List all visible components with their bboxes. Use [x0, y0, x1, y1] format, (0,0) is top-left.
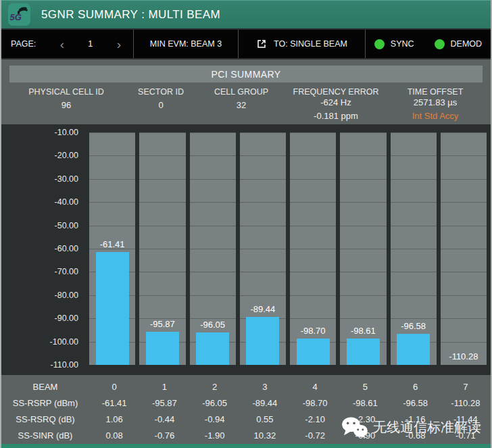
bar-value-label: -98.61 — [340, 326, 386, 336]
field-cell-group: CELL GROUP 32 — [199, 87, 284, 121]
table-cell: 0.55 — [240, 414, 290, 424]
table-cell: 7 — [441, 382, 491, 392]
table-cell: -95.87 — [139, 398, 189, 408]
bar-value-label: -96.05 — [190, 320, 236, 330]
table-cell: -1.90 — [190, 430, 240, 441]
sync-status-dot — [374, 39, 385, 49]
table-cell: 10.32 — [240, 430, 290, 441]
to-single-beam-button[interactable]: TO: SINGLE BEAM — [239, 30, 366, 58]
bar-value-label: -96.58 — [391, 321, 437, 331]
field-label: CELL GROUP — [199, 87, 284, 97]
table-cell: -0.76 — [139, 430, 189, 441]
beam-bar-chart: -10.00-20.00-30.00-40.00-50.00-60.00-70.… — [1, 124, 491, 375]
chart-bar-beam-5 — [347, 339, 380, 365]
table-row: SS-RSRQ (dB)1.06-0.44-0.940.55-2.10-2.30… — [1, 411, 491, 427]
table-row-label: SS-SINR (dB) — [1, 430, 89, 441]
table-cell: 3 — [240, 382, 290, 392]
field-accuracy-note: Int Std Accy — [388, 111, 483, 121]
field-value: -624 Hz — [284, 97, 388, 107]
chart-column-beam-4: -98.70 — [290, 132, 336, 365]
sync-label: SYNC — [391, 39, 414, 49]
chevron-right-icon[interactable]: › — [114, 38, 124, 51]
title-bar: 5G 5GNR SUMMARY : MULTI BEAM — [1, 0, 491, 28]
bar-value-label: -98.70 — [290, 326, 336, 336]
chart-bar-beam-6 — [397, 334, 430, 365]
y-axis-tick: -80.00 — [55, 291, 78, 300]
chart-bar-beam-3 — [246, 317, 279, 365]
chart-column-beam-5: -98.61 — [340, 132, 386, 365]
field-physical-cell-id: PHYSICAL CELL ID 96 — [9, 87, 123, 121]
chart-column-beam-3: -89.44 — [240, 132, 286, 365]
y-axis-tick: -70.00 — [55, 267, 78, 276]
app-window: 5G 5GNR SUMMARY : MULTI BEAM PAGE: ‹ 1 ›… — [0, 0, 492, 448]
page-title: 5GNR SUMMARY : MULTI BEAM — [41, 8, 220, 22]
chart-bar-beam-4 — [297, 339, 330, 365]
chart-column-beam-6: -96.58 — [391, 132, 437, 365]
field-value: 96 — [9, 100, 123, 110]
table-row-label: SS-RSRP (dBm) — [1, 398, 89, 408]
field-value: 32 — [199, 100, 284, 110]
table-cell: -110.28 — [441, 398, 491, 408]
chart-column-beam-0: -61.41 — [89, 132, 135, 365]
table-cell: 1 — [139, 382, 189, 392]
pci-summary-header: PCI SUMMARY — [9, 66, 483, 82]
field-value: 2571.83 µs — [388, 97, 483, 107]
field-label: TIME OFFSET — [388, 87, 483, 97]
to-single-beam-label: TO: SINGLE BEAM — [274, 39, 347, 49]
bar-value-label: -61.41 — [89, 239, 135, 249]
external-link-icon — [256, 39, 267, 49]
chart-column-beam-1: -95.87 — [139, 132, 185, 365]
field-label: FREQUENCY ERROR — [284, 87, 388, 97]
chart-bar-beam-2 — [196, 332, 229, 365]
table-cell: -11.44 — [441, 414, 491, 424]
status-indicators: SYNC DEMOD — [366, 30, 491, 58]
min-evm-button[interactable]: MIN EVM: BEAM 3 — [134, 30, 239, 58]
table-cell: -0.68 — [391, 430, 441, 441]
y-axis-tick: -90.00 — [55, 314, 78, 323]
table-cell: 0.08 — [89, 430, 139, 441]
demod-label: DEMOD — [451, 39, 483, 49]
table-row: SS-RSRP (dBm)-61.41-95.87-96.05-89.44-98… — [1, 395, 491, 411]
table-cell: -89.44 — [240, 398, 290, 408]
table-row: SS-SINR (dB)0.08-0.76-1.9010.32-0.72-0.9… — [1, 427, 491, 443]
page-number[interactable]: 1 — [88, 39, 93, 49]
table-cell: -2.30 — [340, 414, 390, 424]
table-cell: -1.16 — [391, 414, 441, 424]
chart-plot-area: -61.41-95.87-96.05-89.44-98.70-98.61-96.… — [89, 132, 487, 365]
field-label: SECTOR ID — [123, 87, 199, 97]
table-cell: -98.70 — [290, 398, 340, 408]
table-cell: 5 — [340, 382, 390, 392]
table-row-label: BEAM — [1, 382, 89, 392]
bar-value-label: -110.28 — [441, 351, 487, 362]
pci-fields: PHYSICAL CELL ID 96 SECTOR ID 0 CELL GRO… — [9, 87, 483, 121]
y-axis: -10.00-20.00-30.00-40.00-50.00-60.00-70.… — [1, 124, 84, 375]
table-cell: 4 — [290, 382, 340, 392]
y-axis-tick: -40.00 — [55, 197, 78, 207]
table-row-label: SS-RSRQ (dB) — [1, 414, 89, 424]
table-cell: -96.05 — [190, 398, 240, 408]
y-axis-tick: -30.00 — [55, 174, 78, 184]
table-cell: 0 — [89, 382, 139, 392]
table-cell: -2.10 — [290, 414, 340, 424]
table-cell: -0.44 — [139, 414, 189, 424]
chart-column-beam-2: -96.05 — [190, 132, 236, 365]
table-cell: -0.94 — [190, 414, 240, 424]
sync-status: SYNC — [374, 39, 414, 49]
chevron-left-icon[interactable]: ‹ — [57, 38, 67, 51]
min-evm-label: MIN EVM: BEAM 3 — [150, 39, 222, 49]
table-cell: -61.41 — [89, 398, 139, 408]
bottom-accent-strip — [1, 444, 491, 448]
table-cell: -0.72 — [290, 430, 340, 441]
table-cell: 6 — [391, 382, 441, 392]
nav-bar: PAGE: ‹ 1 › MIN EVM: BEAM 3 TO: SINGLE B… — [1, 30, 491, 58]
table-cell: -0.71 — [441, 430, 491, 441]
beam-metrics-table: BEAM01234567SS-RSRP (dBm)-61.41-95.87-96… — [1, 375, 491, 444]
y-axis-tick: -100.00 — [50, 337, 78, 347]
page-label: PAGE: — [11, 39, 36, 49]
pci-summary-section: PCI SUMMARY PHYSICAL CELL ID 96 SECTOR I… — [1, 59, 491, 124]
y-axis-tick: -60.00 — [55, 244, 78, 253]
chart-bar-beam-0 — [96, 252, 129, 365]
y-axis-tick: -50.00 — [55, 221, 78, 230]
bar-value-label: -89.44 — [240, 304, 286, 314]
table-cell: 1.06 — [89, 414, 139, 424]
